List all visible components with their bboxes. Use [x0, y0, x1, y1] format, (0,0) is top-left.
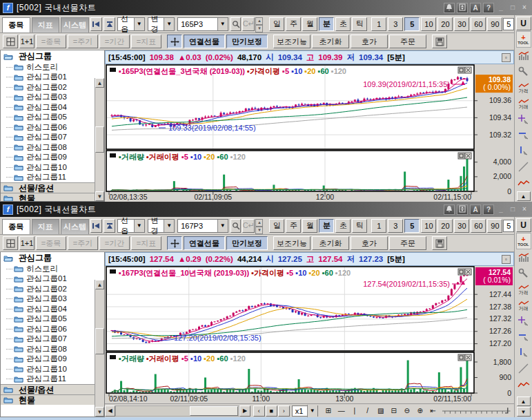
user-tool-button[interactable]: U	[516, 218, 531, 232]
toggle-button[interactable]: 만기보정	[226, 236, 268, 250]
tree-section[interactable]: 선물/옵션	[1, 182, 104, 193]
watch-group-item[interactable]: 관심그룹06	[1, 122, 104, 133]
market-select-combo[interactable]: 선옵▼	[117, 219, 144, 233]
bottom-tool-icon[interactable]: /	[362, 405, 374, 417]
equal-button[interactable]: =주기	[68, 35, 98, 48]
cross-draw-icon[interactable]	[516, 314, 531, 329]
watch-group-item[interactable]: 관심그룹09	[1, 354, 104, 365]
grid-layout-icon[interactable]	[3, 236, 18, 250]
volume-chart-icon[interactable]: 거래	[516, 298, 531, 313]
cross-draw-icon[interactable]	[516, 112, 531, 127]
scrollbar-thumb[interactable]	[190, 406, 238, 416]
minute-button[interactable]: 5	[404, 219, 420, 233]
minute-button[interactable]: 20	[437, 219, 453, 233]
watch-group-item[interactable]: 관심그룹05	[1, 314, 104, 325]
nav-first-icon[interactable]	[90, 17, 102, 31]
tree-root[interactable]: 관심그룹	[1, 252, 104, 264]
period-button[interactable]: 초	[335, 17, 351, 31]
sidebar-tab[interactable]: 시스템	[61, 219, 89, 234]
tools-scroll-up-icon[interactable]: ▲	[517, 191, 531, 201]
hline-draw-icon[interactable]	[516, 330, 531, 345]
tree-section[interactable]: 현물	[1, 394, 104, 405]
alarm-bell-icon[interactable]	[444, 3, 455, 13]
vline-draw-icon[interactable]	[516, 144, 531, 159]
scroll-down-icon[interactable]: ▼	[95, 407, 104, 417]
symbol-spinner[interactable]: ▲▼	[255, 17, 263, 31]
scroll-left-icon[interactable]: ◀	[105, 405, 115, 417]
sidebar-tab[interactable]: 지표	[32, 17, 60, 32]
hline-draw-icon[interactable]	[516, 128, 531, 143]
titlebar[interactable]: f [5002] 국내선물차트 A ? _ □ ×	[0, 0, 532, 15]
minute-button[interactable]: 90	[487, 17, 502, 31]
maximize-button[interactable]: □	[508, 205, 518, 214]
help-icon[interactable]: ?	[483, 204, 494, 215]
save-icon[interactable]	[432, 35, 447, 48]
titlebar[interactable]: f [5002] 국내선물차트 A ? _ □ ×	[0, 202, 532, 217]
scrollbar-thumb[interactable]	[95, 328, 104, 354]
bottom-tool-icon[interactable]: ⊟	[388, 405, 400, 417]
change-combo[interactable]: 변경▼	[148, 219, 175, 233]
action-button[interactable]: 주문	[389, 35, 426, 48]
trendline-draw-icon[interactable]	[516, 160, 531, 175]
tree-root[interactable]: 관심그룹	[1, 50, 104, 62]
action-button[interactable]: 보조기능	[273, 236, 311, 250]
recall-icon[interactable]: C↵	[242, 219, 255, 233]
minute-button[interactable]: 1	[371, 219, 386, 233]
minute-button[interactable]: 3	[388, 17, 403, 31]
action-button[interactable]: 주문	[389, 236, 426, 250]
period-button[interactable]: 일	[269, 17, 284, 31]
watch-group-item[interactable]: 관심그룹06	[1, 324, 104, 334]
font-icon[interactable]: A	[470, 3, 481, 13]
watch-group-item[interactable]: 관심그룹03	[1, 294, 104, 305]
trendline-draw-icon[interactable]	[516, 361, 531, 376]
settings-wrench-icon[interactable]	[516, 266, 531, 281]
save-icon[interactable]	[432, 236, 447, 250]
watch-group-item[interactable]: 관심그룹01	[1, 274, 104, 285]
volume-chart-icon[interactable]: 거래	[516, 96, 531, 111]
watch-group-item[interactable]: 관심그룹08	[1, 344, 104, 354]
search-icon[interactable]	[230, 17, 242, 31]
equal-button[interactable]: =종목	[36, 236, 66, 250]
scrollbar-thumb[interactable]	[95, 126, 104, 153]
bottom-tool-icon[interactable]: ⊕	[414, 405, 426, 417]
minute-button[interactable]: 10	[421, 219, 436, 233]
period-button[interactable]: 틱	[352, 17, 367, 31]
watch-group-item[interactable]: 관심그룹08	[1, 142, 104, 153]
watch-group-item[interactable]: 관심그룹09	[1, 153, 104, 163]
bottom-tool-icon[interactable]: ▨	[375, 405, 387, 417]
minute-button[interactable]: 60	[471, 17, 486, 31]
toggle-button[interactable]: 연결선물	[184, 236, 225, 250]
minute-input[interactable]: 5	[503, 18, 514, 30]
chevron-down-icon[interactable]: ▼	[217, 18, 228, 30]
window-arrange-icon[interactable]	[457, 3, 468, 13]
symbol-combo[interactable]: 167P3▼	[177, 219, 228, 233]
tree-section[interactable]: 현물	[1, 193, 104, 202]
sidebar-scrollbar[interactable]: ▲ ▼	[95, 78, 104, 201]
font-icon[interactable]: A	[470, 204, 481, 215]
scroll-up-icon[interactable]: ▲	[95, 78, 104, 88]
sidebar-tab[interactable]: 지표	[32, 219, 60, 234]
watch-group-item[interactable]: 관심그룹07	[1, 334, 104, 345]
nav-top-icon[interactable]	[104, 17, 115, 31]
tree-section[interactable]: 선물/옵션	[1, 384, 104, 394]
nav-top-icon[interactable]	[104, 219, 115, 233]
market-select-combo[interactable]: 선옵▼	[117, 17, 144, 31]
watch-group-item[interactable]: 관심그룹05	[1, 113, 104, 123]
horizontal-scrollbar[interactable]	[115, 405, 239, 417]
recall-icon[interactable]: C↵	[242, 17, 255, 31]
chevron-down-icon[interactable]: ▼	[134, 18, 144, 30]
minute-button[interactable]: 30	[454, 17, 469, 31]
watch-group-item[interactable]: 관심그룹10	[1, 162, 104, 173]
period-button[interactable]: 일	[269, 219, 284, 233]
period-button[interactable]: 분	[319, 17, 334, 31]
alarm-bell-icon[interactable]	[444, 204, 455, 215]
bottom-tool-icon[interactable]: —	[335, 405, 348, 417]
price-chart-icon[interactable]: 가격	[516, 282, 531, 297]
one-plus-one-button[interactable]: 1+1	[19, 35, 35, 48]
replay-stop-button[interactable]: ■	[266, 405, 277, 417]
action-button[interactable]: 보조기능	[273, 35, 311, 48]
replay-speed-combo[interactable]: x1▼	[292, 405, 318, 417]
chart-canvas[interactable]: 109.36109.34109.324,0002,0000109.38( 0.0…	[105, 64, 514, 202]
tools-scroll-up-icon[interactable]: ▲	[517, 397, 531, 406]
indicator-chart-icon[interactable]	[516, 48, 531, 64]
